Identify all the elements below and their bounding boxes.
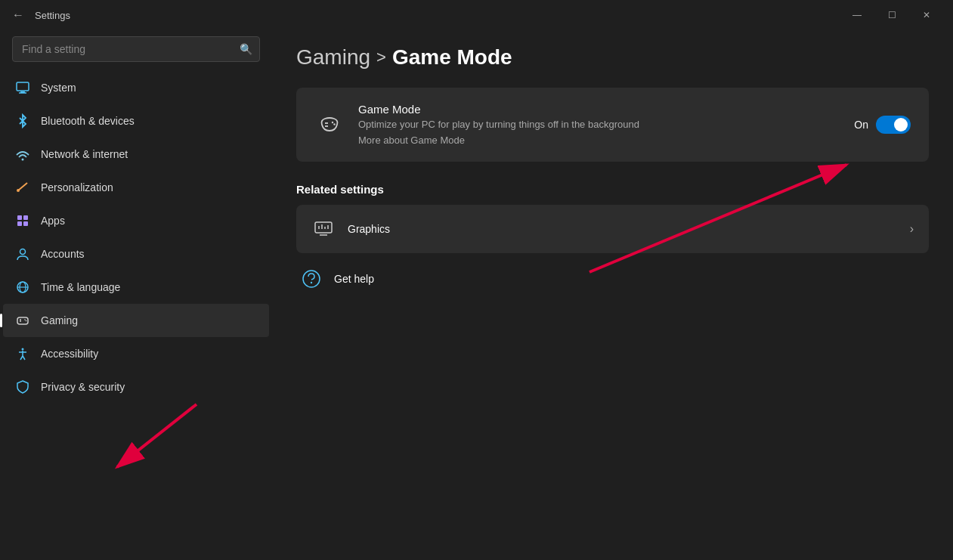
svg-point-10 (20, 249, 26, 255)
sidebar-item-gaming[interactable]: Gaming (3, 304, 269, 337)
svg-point-37 (311, 282, 312, 283)
sidebar-item-accessibility[interactable]: Accessibility (3, 337, 269, 370)
get-help-icon (299, 267, 323, 291)
svg-rect-0 (17, 82, 29, 91)
svg-rect-8 (17, 221, 22, 226)
svg-rect-6 (17, 215, 22, 220)
toggle-area: On (854, 116, 911, 134)
sidebar-item-accounts[interactable]: Accounts (3, 237, 269, 271)
breadcrumb-current: Game Mode (392, 45, 512, 70)
svg-rect-9 (23, 221, 28, 226)
network-icon (15, 147, 30, 162)
sidebar-item-label: Gaming (41, 314, 78, 326)
sidebar-item-privacy-security[interactable]: Privacy & security (3, 370, 269, 404)
svg-rect-7 (23, 215, 28, 220)
search-container: 🔍 (12, 36, 260, 62)
game-mode-card-icon (314, 110, 345, 140)
breadcrumb-parent[interactable]: Gaming (296, 45, 370, 70)
svg-point-29 (333, 123, 335, 125)
game-mode-title: Game Mode (358, 103, 840, 116)
sidebar-item-label: System (41, 82, 76, 94)
breadcrumb-separator: > (376, 48, 386, 67)
game-mode-description: Optimize your PC for play by turning thi… (358, 119, 840, 130)
sidebar-item-network[interactable]: Network & internet (3, 138, 269, 171)
sidebar-item-label: Accounts (41, 248, 85, 260)
svg-point-18 (24, 319, 26, 320)
game-mode-card: Game Mode Optimize your PC for play by t… (296, 88, 929, 162)
sidebar-item-system[interactable]: System (3, 71, 269, 104)
svg-line-23 (20, 356, 23, 360)
system-icon (15, 80, 30, 95)
svg-point-3 (22, 159, 24, 161)
main-layout: 🔍 System Bluetooth & devices (0, 30, 953, 560)
personalization-icon (15, 180, 30, 195)
chevron-right-icon: › (910, 222, 914, 236)
game-mode-toggle[interactable] (876, 116, 911, 134)
close-button[interactable]: ✕ (909, 3, 944, 27)
gaming-icon (15, 313, 30, 328)
svg-rect-30 (315, 222, 332, 233)
content-area: Gaming > Game Mode Game Mode Optimize yo (272, 30, 953, 560)
bluetooth-icon (15, 113, 30, 128)
svg-point-20 (22, 348, 24, 351)
search-input[interactable] (12, 36, 260, 62)
sidebar-item-label: Apps (41, 215, 65, 227)
svg-line-24 (23, 356, 25, 360)
privacy-security-icon (15, 379, 30, 394)
get-help-item[interactable]: Get help (296, 259, 929, 299)
app-title: Settings (35, 10, 70, 21)
sidebar-item-label: Network & internet (41, 148, 128, 160)
graphics-label: Graphics (348, 223, 898, 235)
get-help-label: Get help (334, 273, 374, 285)
toggle-thumb (894, 118, 908, 131)
sidebar-item-apps[interactable]: Apps (3, 204, 269, 237)
sidebar: 🔍 System Bluetooth & devices (0, 30, 272, 560)
toggle-label: On (854, 119, 868, 131)
search-icon: 🔍 (240, 43, 252, 55)
apps-icon (15, 213, 30, 228)
sidebar-item-label: Bluetooth & devices (41, 115, 135, 127)
sidebar-item-personalization[interactable]: Personalization (3, 171, 269, 204)
graphics-settings-item[interactable]: Graphics › (296, 205, 929, 253)
sidebar-item-label: Privacy & security (41, 381, 125, 393)
svg-point-28 (332, 122, 333, 123)
time-language-icon (15, 280, 30, 295)
game-mode-link[interactable]: More about Game Mode (358, 135, 465, 146)
sidebar-item-label: Personalization (41, 181, 113, 193)
minimize-button[interactable]: — (840, 3, 874, 27)
sidebar-item-label: Time & language (41, 281, 120, 293)
sidebar-item-time-language[interactable]: Time & language (3, 271, 269, 304)
accounts-icon (15, 246, 30, 261)
related-settings-title: Related settings (296, 183, 929, 196)
svg-point-19 (26, 320, 27, 322)
game-mode-info: Game Mode Optimize your PC for play by t… (358, 103, 840, 147)
back-button[interactable]: ← (9, 6, 27, 24)
sidebar-item-bluetooth[interactable]: Bluetooth & devices (3, 104, 269, 138)
maximize-button[interactable]: ☐ (874, 3, 909, 27)
accessibility-icon (15, 346, 30, 361)
graphics-icon (311, 217, 336, 241)
svg-line-4 (18, 183, 27, 190)
titlebar: ← Settings — ☐ ✕ (0, 0, 953, 30)
sidebar-item-label: Accessibility (41, 348, 98, 360)
svg-point-5 (17, 189, 20, 192)
titlebar-left: ← Settings (9, 6, 840, 24)
breadcrumb: Gaming > Game Mode (296, 45, 929, 70)
window-controls: — ☐ ✕ (840, 3, 944, 27)
